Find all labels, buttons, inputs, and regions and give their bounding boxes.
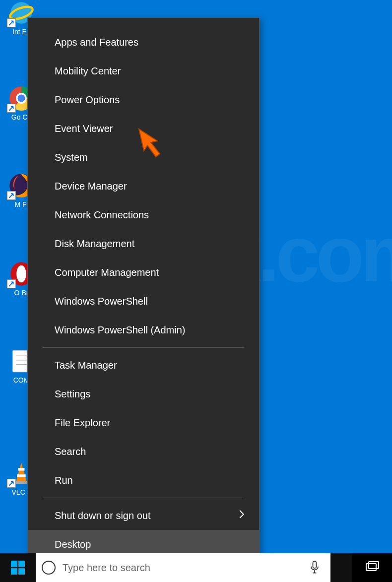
svg-point-4 — [17, 94, 25, 102]
svg-rect-18 — [11, 568, 17, 575]
menu-task-manager[interactable]: Task Manager — [28, 351, 259, 380]
task-view-icon — [364, 561, 381, 575]
microphone-button[interactable] — [299, 553, 330, 582]
menu-computer-management[interactable]: Computer Management — [28, 258, 259, 287]
menu-run[interactable]: Run — [28, 466, 259, 495]
menu-apps-and-features[interactable]: Apps and Features — [28, 28, 259, 57]
menu-item-label: Run — [55, 475, 73, 486]
task-view-button[interactable] — [352, 553, 392, 582]
desktop-icon-label: O Br — [14, 289, 29, 297]
svg-rect-22 — [369, 562, 379, 569]
menu-item-label: Computer Management — [55, 267, 159, 278]
menu-system[interactable]: System — [28, 143, 259, 172]
menu-device-manager[interactable]: Device Manager — [28, 172, 259, 200]
menu-network-connections[interactable]: Network Connections — [28, 200, 259, 229]
menu-item-label: Task Manager — [55, 360, 117, 371]
menu-windows-powershell[interactable]: Windows PowerShell — [28, 287, 259, 316]
desktop-icon-label: M Fi — [14, 200, 28, 208]
svg-rect-13 — [18, 468, 25, 470]
svg-rect-14 — [17, 474, 25, 477]
shortcut-arrow-icon — [7, 479, 16, 488]
menu-settings[interactable]: Settings — [28, 380, 259, 408]
menu-power-options[interactable]: Power Options — [28, 85, 259, 114]
menu-shut-down-or-sign-out[interactable]: Shut down or sign out — [28, 501, 259, 530]
menu-search[interactable]: Search — [28, 437, 259, 466]
menu-item-label: Desktop — [55, 539, 91, 550]
winx-context-menu: Apps and Features Mobility Center Power … — [27, 17, 260, 575]
menu-disk-management[interactable]: Disk Management — [28, 229, 259, 258]
shortcut-arrow-icon — [7, 104, 16, 113]
svg-rect-19 — [18, 568, 25, 575]
svg-point-7 — [16, 265, 26, 283]
menu-item-label: Disk Management — [55, 238, 134, 250]
menu-item-label: Mobility Center — [55, 65, 121, 77]
menu-item-label: Shut down or sign out — [55, 510, 150, 521]
menu-mobility-center[interactable]: Mobility Center — [28, 57, 259, 85]
menu-item-label: Settings — [55, 388, 90, 400]
menu-item-label: Network Connections — [55, 209, 149, 221]
svg-rect-16 — [11, 561, 17, 567]
menu-item-label: Windows PowerShell — [55, 296, 148, 307]
taskbar-spacer — [330, 553, 352, 582]
svg-rect-20 — [313, 561, 317, 568]
taskbar: Type here to search — [0, 553, 392, 582]
menu-file-explorer[interactable]: File Explorer — [28, 408, 259, 437]
start-button[interactable] — [0, 553, 36, 582]
menu-separator — [43, 347, 244, 348]
menu-separator — [43, 498, 244, 498]
shortcut-arrow-icon — [7, 18, 16, 27]
shortcut-arrow-icon — [7, 279, 16, 288]
menu-item-label: File Explorer — [55, 417, 110, 429]
shortcut-arrow-icon — [7, 191, 16, 200]
menu-item-label: Power Options — [55, 94, 120, 106]
menu-windows-powershell-admin[interactable]: Windows PowerShell (Admin) — [28, 316, 259, 344]
chevron-right-icon — [238, 510, 245, 522]
svg-marker-12 — [16, 462, 27, 482]
menu-item-label: Windows PowerShell (Admin) — [55, 324, 185, 336]
microphone-icon — [310, 561, 320, 575]
menu-item-label: Apps and Features — [55, 37, 138, 48]
menu-item-label: Search — [55, 446, 86, 457]
menu-item-label: Event Viewer — [55, 123, 113, 134]
svg-rect-17 — [18, 561, 25, 567]
cortana-ring-icon — [42, 561, 56, 575]
windows-logo-icon — [11, 561, 25, 575]
taskbar-search-box[interactable]: Type here to search — [36, 553, 299, 582]
search-placeholder-text: Type here to search — [63, 562, 150, 574]
menu-event-viewer[interactable]: Event Viewer — [28, 114, 259, 143]
svg-rect-15 — [14, 481, 29, 484]
menu-item-label: Device Manager — [55, 181, 127, 192]
menu-item-label: System — [55, 152, 88, 163]
svg-rect-21 — [366, 564, 376, 571]
